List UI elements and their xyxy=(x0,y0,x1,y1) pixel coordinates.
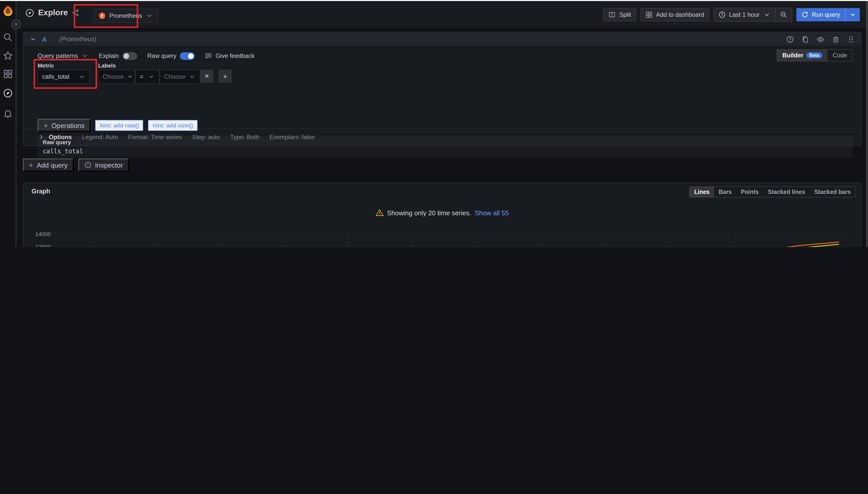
show-all-series-link[interactable]: Show all 55 xyxy=(475,209,509,216)
graph-style-tabs: LinesBarsPointsStacked linesStacked bars xyxy=(689,186,856,197)
split-button[interactable]: Split xyxy=(603,8,636,21)
apps-icon xyxy=(646,11,652,18)
chevron-down-icon xyxy=(763,11,770,18)
query-toolbar: Query patterns Explain Raw query Give fe… xyxy=(38,51,255,61)
label-operator-select[interactable]: = xyxy=(135,70,160,84)
share-icon[interactable] xyxy=(72,9,79,16)
explore-compass-icon[interactable] xyxy=(3,88,13,98)
option-item: Exemplars: false xyxy=(269,134,314,141)
builder-mode-tab[interactable]: Builder Beta xyxy=(777,50,828,61)
add-label-filter-button[interactable]: + xyxy=(218,70,232,83)
hide-response-eye-icon[interactable] xyxy=(817,35,824,43)
option-item: Step: auto xyxy=(192,134,220,141)
grafana-explore-page: › Explore Prometheus S xyxy=(0,0,868,247)
run-query-button[interactable]: Run query xyxy=(796,8,845,21)
grafana-logo[interactable] xyxy=(1,5,14,18)
chevron-down-icon xyxy=(127,73,134,80)
datasource-picker[interactable]: Prometheus xyxy=(93,8,158,23)
label-operator-value: = xyxy=(140,73,143,80)
sync-icon xyxy=(801,11,808,18)
operations-label: Operations xyxy=(51,121,84,129)
svg-text:12000: 12000 xyxy=(35,244,51,247)
collapse-chevron-icon[interactable] xyxy=(30,36,37,43)
warning-text: Showing only 20 time series. xyxy=(387,209,471,216)
add-query-label: Add query xyxy=(37,161,68,169)
time-range-button[interactable]: Last 1 hour xyxy=(714,8,775,21)
run-query-options-button[interactable] xyxy=(846,8,860,21)
give-feedback-link[interactable]: Give feedback xyxy=(205,52,254,59)
query-help-icon[interactable] xyxy=(786,35,794,43)
graph-style-tab-points[interactable]: Points xyxy=(736,187,763,197)
sidebar xyxy=(0,1,16,247)
split-label: Split xyxy=(619,11,631,18)
query-patterns-label: Query patterns xyxy=(38,52,78,59)
prometheus-logo xyxy=(98,12,106,19)
scrollbar[interactable] xyxy=(866,1,868,247)
option-item: Format: Time series xyxy=(128,134,182,141)
label-value-placeholder: Choose xyxy=(164,73,185,80)
metric-field-label: Metric xyxy=(38,62,54,69)
metric-select-value: calls_total xyxy=(42,73,69,80)
query-options-row[interactable]: Options Legend: AutoFormat: Time seriesS… xyxy=(23,129,861,145)
give-feedback-label: Give feedback xyxy=(216,52,254,59)
datasource-picker-label: Prometheus xyxy=(109,12,142,19)
option-item: Legend: Auto xyxy=(82,134,118,141)
inspector-button[interactable]: Inspector xyxy=(78,158,129,172)
chevron-down-icon xyxy=(146,12,153,19)
add-to-dashboard-button[interactable]: Add to dashboard xyxy=(640,8,709,21)
beta-badge: Beta xyxy=(807,52,822,58)
label-name-select[interactable]: Choose xyxy=(98,70,135,84)
run-query-label: Run query xyxy=(812,11,840,18)
dashboards-icon[interactable] xyxy=(3,69,13,79)
editor-actions: + Add query Inspector xyxy=(23,158,129,172)
page-title: Explore xyxy=(38,8,68,17)
explore-compass-icon xyxy=(25,8,34,17)
svg-text:14000: 14000 xyxy=(35,231,51,238)
clock-icon xyxy=(718,11,725,18)
inspector-label: Inspector xyxy=(95,161,123,169)
labels-field-label: Labels xyxy=(98,62,116,69)
duplicate-query-icon[interactable] xyxy=(801,35,809,43)
graph-style-tab-bars[interactable]: Bars xyxy=(714,187,736,197)
options-summary: Legend: AutoFormat: Time seriesStep: aut… xyxy=(82,134,314,141)
search-icon[interactable] xyxy=(3,33,13,42)
alerting-bell-icon[interactable] xyxy=(3,109,13,118)
topbar: Explore Prometheus Split Add to xyxy=(16,1,868,28)
explain-toggle-group: Explain xyxy=(99,52,137,60)
chevron-down-icon xyxy=(148,73,155,80)
time-picker: Last 1 hour xyxy=(713,7,792,22)
raw-query-toggle[interactable] xyxy=(180,52,195,60)
raw-query-expression: calls_total xyxy=(43,148,848,155)
comment-icon xyxy=(205,52,212,59)
graph-style-tab-lines[interactable]: Lines xyxy=(690,187,714,197)
drag-handle-icon[interactable] xyxy=(847,35,855,43)
metric-select[interactable]: calls_total xyxy=(38,70,90,84)
graph-style-tab-stacked-lines[interactable]: Stacked lines xyxy=(763,187,810,197)
code-label: Code xyxy=(833,52,847,59)
graph-panel: Graph LinesBarsPointsStacked linesStacke… xyxy=(23,183,862,247)
graph-style-tab-stacked-bars[interactable]: Stacked bars xyxy=(810,187,855,197)
split-icon xyxy=(609,11,616,18)
code-mode-tab[interactable]: Code xyxy=(828,50,852,61)
remove-query-trash-icon[interactable] xyxy=(832,35,839,43)
explain-label: Explain xyxy=(99,52,119,59)
zoom-out-icon xyxy=(780,11,787,18)
chevron-down-icon xyxy=(78,73,85,80)
series-limit-warning: Showing only 20 time series. Show all 55 xyxy=(23,209,861,217)
zoom-out-button[interactable] xyxy=(775,8,792,21)
explain-toggle[interactable] xyxy=(122,52,137,60)
remove-label-filter-button[interactable]: ✕ xyxy=(200,70,214,83)
time-range-label: Last 1 hour xyxy=(729,11,759,18)
query-ref-id: A xyxy=(42,35,47,43)
add-query-button[interactable]: + Add query xyxy=(23,158,74,172)
label-value-select[interactable]: Choose xyxy=(160,70,200,84)
warning-icon xyxy=(375,209,383,217)
editor-mode-switch: Builder Beta Code xyxy=(777,49,853,61)
query-patterns-dropdown[interactable]: Query patterns xyxy=(38,52,89,59)
chevron-down-icon xyxy=(188,73,196,80)
star-icon[interactable] xyxy=(3,51,13,60)
timeseries-chart: 0200040006000800010000120001400023:2523:… xyxy=(32,228,853,247)
query-editor-panel: A (Prometheus) Query patterns Explain Ra… xyxy=(23,32,862,146)
query-row-header[interactable]: A (Prometheus) xyxy=(23,33,861,46)
sidebar-expand-button[interactable]: › xyxy=(11,19,21,30)
